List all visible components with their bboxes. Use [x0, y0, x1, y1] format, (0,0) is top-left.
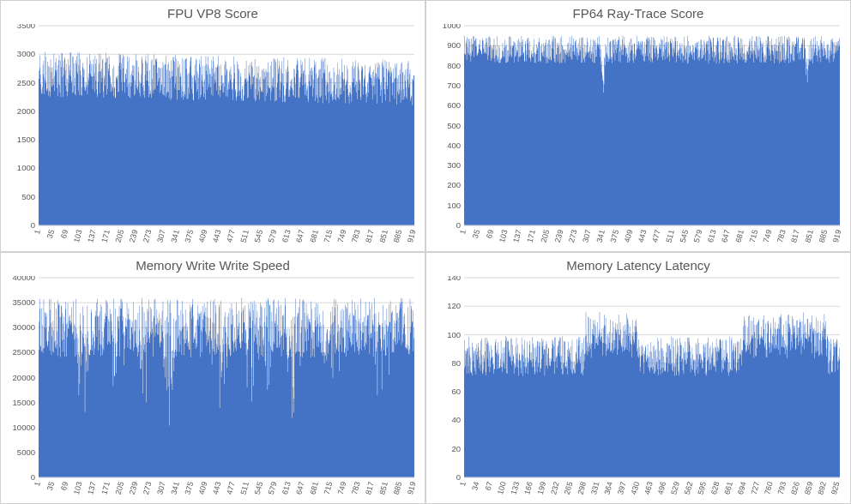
svg-text:1: 1: [458, 229, 468, 235]
chart-title: FP64 Ray-Trace Score: [432, 6, 845, 21]
svg-text:817: 817: [364, 481, 376, 495]
chart-plot: 0500010000150002000025000300003500040000…: [6, 276, 419, 501]
svg-text:749: 749: [762, 229, 774, 243]
svg-text:171: 171: [525, 229, 537, 243]
svg-text:273: 273: [142, 229, 154, 243]
svg-text:727: 727: [750, 481, 762, 495]
svg-text:851: 851: [377, 229, 389, 243]
svg-text:200: 200: [447, 180, 461, 189]
svg-text:749: 749: [336, 229, 348, 243]
svg-text:20000: 20000: [13, 373, 35, 382]
svg-text:409: 409: [197, 229, 209, 243]
svg-text:1000: 1000: [443, 24, 461, 30]
svg-text:715: 715: [748, 229, 760, 243]
svg-text:30000: 30000: [13, 322, 35, 332]
svg-text:783: 783: [350, 481, 362, 495]
chart-plot: 0500100015002000250030003500135691031371…: [6, 24, 419, 249]
svg-text:647: 647: [294, 481, 306, 495]
svg-text:885: 885: [392, 481, 404, 495]
svg-text:500: 500: [447, 121, 461, 130]
chart-plot: 0100200300400500600700800900100013569103…: [432, 24, 845, 249]
svg-text:3500: 3500: [17, 24, 35, 30]
svg-text:100: 100: [447, 201, 461, 210]
svg-text:232: 232: [549, 481, 561, 495]
chart-title: Memory Latency Latency: [432, 258, 845, 273]
svg-text:137: 137: [511, 229, 523, 243]
svg-text:885: 885: [392, 229, 404, 243]
svg-text:60: 60: [451, 387, 461, 396]
svg-text:885: 885: [818, 229, 830, 243]
svg-text:298: 298: [576, 481, 588, 495]
svg-text:2000: 2000: [17, 106, 35, 116]
svg-text:375: 375: [184, 481, 196, 495]
svg-text:34: 34: [470, 481, 480, 491]
svg-text:331: 331: [589, 481, 601, 495]
svg-text:1: 1: [33, 229, 42, 235]
svg-text:1500: 1500: [17, 135, 35, 144]
svg-text:35: 35: [45, 481, 56, 491]
svg-text:1: 1: [33, 481, 42, 487]
svg-text:69: 69: [485, 229, 495, 239]
svg-text:140: 140: [447, 276, 461, 282]
svg-text:307: 307: [155, 481, 167, 495]
chart-title: Memory Write Write Speed: [6, 258, 419, 273]
svg-text:628: 628: [709, 481, 721, 495]
svg-text:783: 783: [350, 229, 362, 243]
svg-text:341: 341: [169, 481, 181, 495]
svg-text:477: 477: [650, 229, 662, 243]
svg-text:35: 35: [471, 229, 481, 239]
svg-text:1: 1: [458, 481, 468, 487]
svg-text:20: 20: [451, 444, 461, 453]
svg-text:15000: 15000: [13, 398, 35, 407]
svg-text:817: 817: [364, 229, 376, 243]
svg-text:239: 239: [128, 481, 140, 495]
svg-text:430: 430: [630, 481, 642, 495]
svg-text:500: 500: [21, 192, 35, 201]
svg-text:694: 694: [736, 481, 748, 495]
svg-text:477: 477: [225, 229, 237, 243]
svg-text:800: 800: [447, 61, 461, 70]
svg-text:103: 103: [72, 481, 84, 495]
svg-text:0: 0: [31, 472, 35, 482]
svg-text:529: 529: [669, 481, 681, 495]
svg-text:205: 205: [114, 481, 126, 495]
svg-text:0: 0: [31, 220, 35, 230]
svg-text:919: 919: [406, 229, 418, 243]
svg-text:511: 511: [238, 481, 250, 495]
svg-text:273: 273: [567, 229, 579, 243]
svg-text:496: 496: [656, 481, 668, 495]
svg-text:545: 545: [679, 229, 691, 243]
svg-text:80: 80: [451, 358, 461, 368]
svg-text:681: 681: [733, 229, 745, 243]
svg-text:25000: 25000: [13, 347, 35, 357]
svg-text:409: 409: [197, 481, 209, 495]
svg-text:463: 463: [643, 481, 655, 495]
svg-text:273: 273: [142, 481, 154, 495]
svg-text:171: 171: [100, 229, 112, 243]
chart-title: FPU VP8 Score: [6, 6, 419, 21]
svg-text:1000: 1000: [17, 163, 35, 172]
svg-text:171: 171: [100, 481, 112, 495]
svg-text:103: 103: [498, 229, 510, 243]
svg-text:100: 100: [447, 330, 461, 339]
svg-text:443: 443: [637, 229, 649, 243]
svg-text:307: 307: [155, 229, 167, 243]
svg-text:397: 397: [616, 481, 628, 495]
svg-text:2500: 2500: [17, 78, 35, 87]
svg-text:35: 35: [45, 229, 56, 239]
svg-text:715: 715: [323, 229, 335, 243]
svg-text:545: 545: [253, 229, 265, 243]
svg-text:817: 817: [789, 229, 801, 243]
svg-text:613: 613: [281, 229, 293, 243]
svg-text:375: 375: [609, 229, 621, 243]
svg-text:579: 579: [267, 229, 279, 243]
svg-text:239: 239: [128, 229, 140, 243]
svg-text:400: 400: [447, 141, 461, 150]
svg-text:10000: 10000: [13, 423, 35, 432]
svg-text:133: 133: [510, 481, 522, 495]
svg-text:341: 341: [594, 229, 607, 243]
svg-text:69: 69: [59, 481, 69, 491]
svg-text:205: 205: [114, 229, 126, 243]
svg-text:69: 69: [59, 229, 69, 239]
svg-text:364: 364: [603, 481, 615, 495]
